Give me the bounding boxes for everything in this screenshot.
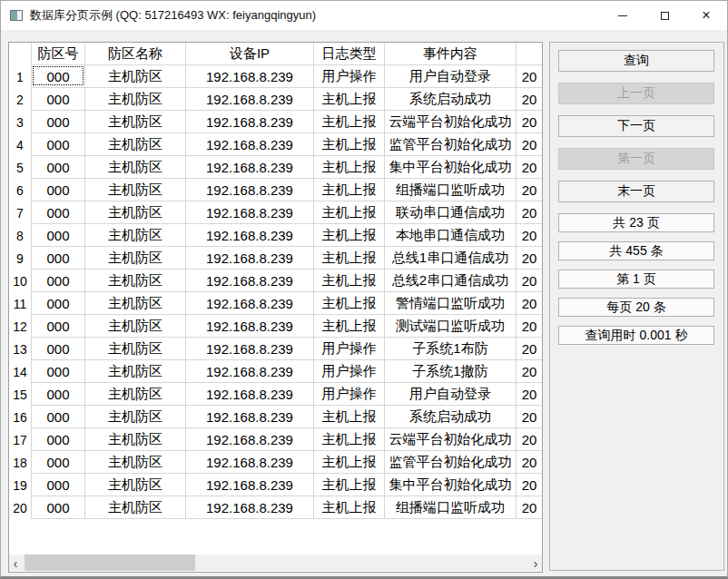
device-ip-cell[interactable]: 192.168.8.239 — [186, 111, 314, 133]
close-button[interactable]: × — [685, 1, 727, 30]
log-type-cell[interactable]: 用户操作 — [314, 338, 385, 360]
scroll-right-icon[interactable]: › — [529, 554, 542, 571]
minimize-button[interactable] — [602, 1, 644, 30]
event-cell[interactable]: 总线2串口通信成功 — [385, 270, 516, 292]
device-ip-cell[interactable]: 192.168.8.239 — [186, 179, 314, 201]
zone-name-cell[interactable]: 主机防区 — [85, 270, 186, 292]
event-cell[interactable]: 组播端口监听成功 — [385, 179, 516, 201]
event-cell[interactable]: 系统启动成功 — [385, 88, 516, 111]
event-cell[interactable]: 组播端口监听成功 — [385, 496, 516, 519]
zone-name-cell[interactable]: 主机防区 — [85, 315, 186, 338]
log-type-cell[interactable]: 主机上报 — [314, 201, 385, 224]
zone-name-cell[interactable]: 主机防区 — [85, 201, 186, 224]
device-ip-cell[interactable]: 192.168.8.239 — [186, 451, 314, 474]
time-cell[interactable]: 20 — [516, 292, 542, 315]
event-cell[interactable]: 系统启动成功 — [385, 406, 516, 428]
zone-name-cell[interactable]: 主机防区 — [85, 292, 186, 315]
zone-name-cell[interactable]: 主机防区 — [85, 247, 186, 270]
log-type-cell[interactable]: 用户操作 — [314, 383, 385, 406]
row-number[interactable]: 14 — [9, 360, 32, 383]
event-cell[interactable]: 测试端口监听成功 — [385, 315, 516, 338]
event-cell[interactable]: 监管平台初始化成功 — [385, 451, 516, 474]
zone-cell[interactable]: 000 — [32, 156, 85, 179]
event-cell[interactable]: 云端平台初始化成功 — [385, 428, 516, 451]
header-device-ip[interactable]: 设备IP — [186, 43, 314, 65]
zone-name-cell[interactable]: 主机防区 — [85, 156, 186, 179]
device-ip-cell[interactable]: 192.168.8.239 — [186, 133, 314, 156]
log-type-cell[interactable]: 用户操作 — [314, 360, 385, 383]
time-cell[interactable]: 20 — [516, 315, 542, 338]
time-cell[interactable]: 20 — [516, 88, 542, 111]
zone-name-cell[interactable]: 主机防区 — [85, 474, 186, 496]
row-number[interactable]: 6 — [9, 179, 32, 201]
row-number[interactable]: 15 — [9, 383, 32, 406]
log-type-cell[interactable]: 主机上报 — [314, 292, 385, 315]
event-cell[interactable]: 集中平台初始化成功 — [385, 474, 516, 496]
time-cell[interactable]: 20 — [516, 383, 542, 406]
time-cell[interactable]: 20 — [516, 338, 542, 360]
event-cell[interactable]: 本地串口通信成功 — [385, 224, 516, 247]
zone-cell[interactable]: 000 — [32, 428, 85, 451]
event-cell[interactable]: 警情端口监听成功 — [385, 292, 516, 315]
zone-name-cell[interactable]: 主机防区 — [85, 428, 186, 451]
device-ip-cell[interactable]: 192.168.8.239 — [186, 201, 314, 224]
zone-cell[interactable]: 000 — [32, 315, 85, 338]
device-ip-cell[interactable]: 192.168.8.239 — [186, 270, 314, 292]
log-type-cell[interactable]: 主机上报 — [314, 270, 385, 292]
row-number[interactable]: 11 — [9, 292, 32, 315]
event-cell[interactable]: 用户自动登录 — [385, 383, 516, 406]
device-ip-cell[interactable]: 192.168.8.239 — [186, 383, 314, 406]
log-type-cell[interactable]: 主机上报 — [314, 474, 385, 496]
event-cell[interactable]: 子系统1撤防 — [385, 360, 516, 383]
time-cell[interactable]: 20 — [516, 179, 542, 201]
horizontal-scrollbar[interactable]: ‹ › — [9, 554, 542, 571]
zone-cell[interactable]: 000 — [32, 270, 85, 292]
zone-cell[interactable]: 000 — [32, 179, 85, 201]
zone-name-cell[interactable]: 主机防区 — [85, 360, 186, 383]
device-ip-cell[interactable]: 192.168.8.239 — [186, 474, 314, 496]
log-type-cell[interactable]: 主机上报 — [314, 179, 385, 201]
maximize-button[interactable] — [644, 1, 685, 30]
event-cell[interactable]: 总线1串口通信成功 — [385, 247, 516, 270]
device-ip-cell[interactable]: 192.168.8.239 — [186, 360, 314, 383]
row-number[interactable]: 5 — [9, 156, 32, 179]
last-page-button[interactable]: 末一页 — [558, 181, 714, 202]
row-number[interactable]: 4 — [9, 133, 32, 156]
device-ip-cell[interactable]: 192.168.8.239 — [186, 406, 314, 428]
log-type-cell[interactable]: 主机上报 — [314, 428, 385, 451]
device-ip-cell[interactable]: 192.168.8.239 — [186, 315, 314, 338]
event-cell[interactable]: 监管平台初始化成功 — [385, 133, 516, 156]
time-cell[interactable]: 20 — [516, 111, 542, 133]
zone-cell[interactable]: 000 — [32, 111, 85, 133]
device-ip-cell[interactable]: 192.168.8.239 — [186, 428, 314, 451]
device-ip-cell[interactable]: 192.168.8.239 — [186, 156, 314, 179]
time-cell[interactable]: 20 — [516, 224, 542, 247]
row-number[interactable]: 9 — [9, 247, 32, 270]
zone-name-cell[interactable]: 主机防区 — [85, 111, 186, 133]
next-page-button[interactable]: 下一页 — [558, 115, 714, 137]
zone-name-cell[interactable]: 主机防区 — [85, 179, 186, 201]
log-type-cell[interactable]: 主机上报 — [314, 88, 385, 111]
zone-cell[interactable]: 000 — [32, 201, 85, 224]
time-cell[interactable]: 20 — [516, 156, 542, 179]
zone-name-cell[interactable]: 主机防区 — [85, 65, 186, 88]
time-cell[interactable]: 20 — [516, 496, 542, 519]
device-ip-cell[interactable]: 192.168.8.239 — [186, 292, 314, 315]
time-cell[interactable]: 20 — [516, 360, 542, 383]
zone-name-cell[interactable]: 主机防区 — [85, 133, 186, 156]
row-number[interactable]: 18 — [9, 451, 32, 474]
header-time[interactable] — [516, 43, 542, 65]
zone-name-cell[interactable]: 主机防区 — [85, 383, 186, 406]
time-cell[interactable]: 20 — [516, 133, 542, 156]
header-log-type[interactable]: 日志类型 — [314, 43, 385, 65]
row-number[interactable]: 19 — [9, 474, 32, 496]
event-cell[interactable]: 子系统1布防 — [385, 338, 516, 360]
log-type-cell[interactable]: 主机上报 — [314, 156, 385, 179]
time-cell[interactable]: 20 — [516, 428, 542, 451]
zone-cell[interactable]: 000 — [32, 383, 85, 406]
zone-cell[interactable]: 000 — [32, 474, 85, 496]
log-type-cell[interactable]: 主机上报 — [314, 247, 385, 270]
event-cell[interactable]: 用户自动登录 — [385, 65, 516, 88]
log-type-cell[interactable]: 主机上报 — [314, 224, 385, 247]
row-number[interactable]: 8 — [9, 224, 32, 247]
